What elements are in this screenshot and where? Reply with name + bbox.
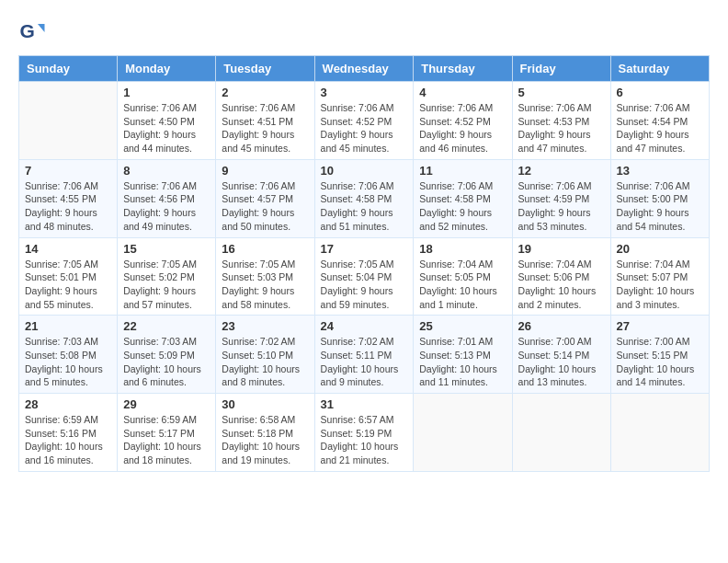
calendar-cell: 1Sunrise: 7:06 AM Sunset: 4:50 PM Daylig…: [118, 82, 216, 160]
day-number: 8: [123, 164, 210, 178]
day-number: 28: [25, 397, 111, 411]
day-info: Sunrise: 7:06 AM Sunset: 4:58 PM Dayligh…: [419, 179, 506, 234]
day-info: Sunrise: 7:03 AM Sunset: 5:08 PM Dayligh…: [25, 335, 111, 389]
day-info: Sunrise: 7:06 AM Sunset: 4:54 PM Dayligh…: [617, 101, 703, 155]
day-info: Sunrise: 7:05 AM Sunset: 5:04 PM Dayligh…: [321, 258, 408, 312]
day-number: 3: [321, 86, 408, 99]
calendar-cell: 27Sunrise: 7:00 AM Sunset: 5:15 PM Dayli…: [610, 316, 709, 394]
calendar-cell: 23Sunrise: 7:02 AM Sunset: 5:10 PM Dayli…: [216, 316, 314, 394]
day-number: 14: [25, 242, 111, 256]
day-info: Sunrise: 7:05 AM Sunset: 5:03 PM Dayligh…: [222, 258, 308, 312]
day-number: 19: [518, 242, 605, 256]
day-info: Sunrise: 7:06 AM Sunset: 5:00 PM Dayligh…: [617, 179, 703, 234]
day-number: 25: [419, 319, 506, 333]
day-number: 4: [419, 86, 506, 99]
weekday-header-wednesday: Wednesday: [314, 56, 414, 82]
calendar-week-2: 7Sunrise: 7:06 AM Sunset: 4:55 PM Daylig…: [19, 159, 710, 237]
day-info: Sunrise: 6:57 AM Sunset: 5:19 PM Dayligh…: [321, 413, 408, 467]
day-number: 16: [222, 242, 308, 256]
page-header: G: [18, 18, 710, 46]
svg-marker-1: [38, 24, 45, 32]
calendar-table: SundayMondayTuesdayWednesdayThursdayFrid…: [18, 55, 710, 472]
calendar-cell: 22Sunrise: 7:03 AM Sunset: 5:09 PM Dayli…: [118, 316, 216, 394]
svg-text:G: G: [20, 20, 35, 41]
day-number: 17: [321, 242, 408, 256]
calendar-cell: 29Sunrise: 6:59 AM Sunset: 5:17 PM Dayli…: [118, 394, 216, 472]
calendar-cell: 2Sunrise: 7:06 AM Sunset: 4:51 PM Daylig…: [216, 82, 314, 160]
day-info: Sunrise: 7:04 AM Sunset: 5:07 PM Dayligh…: [617, 258, 703, 312]
calendar-cell: 17Sunrise: 7:05 AM Sunset: 5:04 PM Dayli…: [314, 237, 414, 316]
day-info: Sunrise: 7:06 AM Sunset: 4:51 PM Dayligh…: [222, 101, 308, 155]
day-info: Sunrise: 7:06 AM Sunset: 4:52 PM Dayligh…: [321, 101, 408, 155]
calendar-cell: 14Sunrise: 7:05 AM Sunset: 5:01 PM Dayli…: [19, 237, 118, 316]
calendar-week-5: 28Sunrise: 6:59 AM Sunset: 5:16 PM Dayli…: [19, 394, 710, 472]
day-info: Sunrise: 7:06 AM Sunset: 4:58 PM Dayligh…: [321, 179, 408, 234]
day-number: 18: [419, 242, 506, 256]
calendar-cell: 20Sunrise: 7:04 AM Sunset: 5:07 PM Dayli…: [610, 237, 709, 316]
day-info: Sunrise: 7:02 AM Sunset: 5:10 PM Dayligh…: [222, 335, 308, 389]
calendar-week-4: 21Sunrise: 7:03 AM Sunset: 5:08 PM Dayli…: [19, 316, 710, 394]
calendar-week-3: 14Sunrise: 7:05 AM Sunset: 5:01 PM Dayli…: [19, 237, 710, 316]
weekday-header-sunday: Sunday: [19, 56, 118, 82]
calendar-cell: 4Sunrise: 7:06 AM Sunset: 4:52 PM Daylig…: [414, 82, 512, 160]
calendar-week-1: 1Sunrise: 7:06 AM Sunset: 4:50 PM Daylig…: [19, 82, 710, 160]
calendar-cell: 15Sunrise: 7:05 AM Sunset: 5:02 PM Dayli…: [118, 237, 216, 316]
day-number: 12: [518, 164, 605, 178]
day-number: 24: [321, 319, 408, 333]
day-number: 31: [321, 397, 408, 411]
weekday-header-monday: Monday: [118, 56, 216, 82]
day-info: Sunrise: 7:02 AM Sunset: 5:11 PM Dayligh…: [321, 335, 408, 389]
day-number: 13: [617, 164, 703, 178]
day-number: 27: [617, 319, 703, 333]
day-number: 15: [123, 242, 210, 256]
calendar-cell: 31Sunrise: 6:57 AM Sunset: 5:19 PM Dayli…: [314, 394, 414, 472]
calendar-cell: 25Sunrise: 7:01 AM Sunset: 5:13 PM Dayli…: [414, 316, 512, 394]
day-info: Sunrise: 7:06 AM Sunset: 4:50 PM Dayligh…: [123, 101, 210, 155]
day-info: Sunrise: 7:01 AM Sunset: 5:13 PM Dayligh…: [419, 335, 506, 389]
day-info: Sunrise: 6:59 AM Sunset: 5:16 PM Dayligh…: [25, 413, 111, 467]
calendar-cell: 11Sunrise: 7:06 AM Sunset: 4:58 PM Dayli…: [414, 159, 512, 237]
day-info: Sunrise: 7:00 AM Sunset: 5:15 PM Dayligh…: [617, 335, 703, 389]
calendar-cell: 10Sunrise: 7:06 AM Sunset: 4:58 PM Dayli…: [314, 159, 414, 237]
calendar-cell: 6Sunrise: 7:06 AM Sunset: 4:54 PM Daylig…: [610, 82, 709, 160]
calendar-cell: [610, 394, 709, 472]
day-info: Sunrise: 7:06 AM Sunset: 4:53 PM Dayligh…: [518, 101, 605, 155]
day-number: 9: [222, 164, 308, 178]
day-info: Sunrise: 6:59 AM Sunset: 5:17 PM Dayligh…: [123, 413, 210, 467]
calendar-cell: [19, 82, 118, 160]
calendar-cell: 5Sunrise: 7:06 AM Sunset: 4:53 PM Daylig…: [512, 82, 610, 160]
day-info: Sunrise: 7:06 AM Sunset: 4:57 PM Dayligh…: [222, 179, 308, 234]
weekday-header-thursday: Thursday: [414, 56, 512, 82]
logo: G: [18, 18, 50, 46]
day-info: Sunrise: 7:04 AM Sunset: 5:06 PM Dayligh…: [518, 258, 605, 312]
calendar-cell: 16Sunrise: 7:05 AM Sunset: 5:03 PM Dayli…: [216, 237, 314, 316]
calendar-cell: [512, 394, 610, 472]
day-info: Sunrise: 7:06 AM Sunset: 4:52 PM Dayligh…: [419, 101, 506, 155]
day-number: 22: [123, 319, 210, 333]
day-number: 5: [518, 86, 605, 99]
day-number: 21: [25, 319, 111, 333]
calendar-cell: 18Sunrise: 7:04 AM Sunset: 5:05 PM Dayli…: [414, 237, 512, 316]
calendar-cell: 9Sunrise: 7:06 AM Sunset: 4:57 PM Daylig…: [216, 159, 314, 237]
day-number: 26: [518, 319, 605, 333]
day-info: Sunrise: 7:06 AM Sunset: 4:59 PM Dayligh…: [518, 179, 605, 234]
day-info: Sunrise: 7:06 AM Sunset: 4:56 PM Dayligh…: [123, 179, 210, 234]
day-number: 1: [123, 86, 210, 99]
day-info: Sunrise: 6:58 AM Sunset: 5:18 PM Dayligh…: [222, 413, 308, 467]
day-number: 7: [25, 164, 111, 178]
weekday-header-tuesday: Tuesday: [216, 56, 314, 82]
logo-icon: G: [18, 18, 46, 46]
calendar-cell: 21Sunrise: 7:03 AM Sunset: 5:08 PM Dayli…: [19, 316, 118, 394]
day-number: 10: [321, 164, 408, 178]
day-number: 30: [222, 397, 308, 411]
weekday-header-friday: Friday: [512, 56, 610, 82]
day-info: Sunrise: 7:03 AM Sunset: 5:09 PM Dayligh…: [123, 335, 210, 389]
day-info: Sunrise: 7:00 AM Sunset: 5:14 PM Dayligh…: [518, 335, 605, 389]
weekday-header-saturday: Saturday: [610, 56, 709, 82]
calendar-cell: 30Sunrise: 6:58 AM Sunset: 5:18 PM Dayli…: [216, 394, 314, 472]
calendar-cell: 28Sunrise: 6:59 AM Sunset: 5:16 PM Dayli…: [19, 394, 118, 472]
day-number: 2: [222, 86, 308, 99]
day-info: Sunrise: 7:04 AM Sunset: 5:05 PM Dayligh…: [419, 258, 506, 312]
calendar-cell: 19Sunrise: 7:04 AM Sunset: 5:06 PM Dayli…: [512, 237, 610, 316]
calendar-cell: 13Sunrise: 7:06 AM Sunset: 5:00 PM Dayli…: [610, 159, 709, 237]
